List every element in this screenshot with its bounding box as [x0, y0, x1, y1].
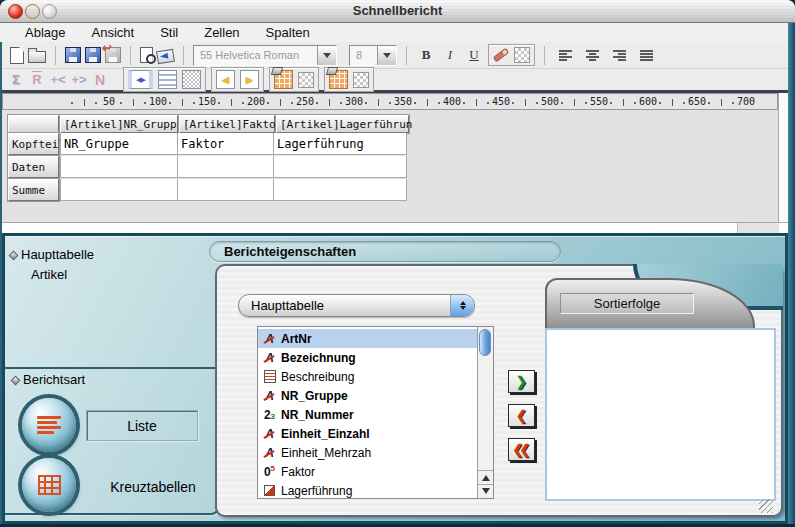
grid-column-header[interactable]: [Artikel]NR_Grupp — [60, 115, 178, 133]
font-select-arrow[interactable] — [317, 46, 336, 65]
size-select[interactable]: 8 — [349, 45, 397, 66]
ruler-segment: 200 — [207, 94, 256, 109]
add-left-icon[interactable]: +< — [50, 72, 66, 87]
title-bar[interactable]: Schnellbericht — [0, 0, 795, 23]
grid-cell[interactable] — [178, 179, 274, 201]
field-list-scrollbar[interactable] — [477, 327, 493, 498]
grid-row: KopfteilNR_GruppeFaktorLagerführung — [8, 133, 410, 156]
scrollbar-thumb[interactable] — [479, 329, 491, 356]
popup-arrows-icon[interactable] — [450, 295, 474, 316]
field-name: Faktor — [281, 465, 315, 479]
add-field-button[interactable]: ❯ — [508, 370, 535, 393]
ruler-segment: 50 — [60, 94, 109, 109]
grid-corner-cell[interactable] — [8, 115, 59, 133]
ruler-segment: 100 — [109, 94, 158, 109]
crosstab-report-label: Kreuztabellen — [93, 479, 213, 495]
align-center-button[interactable] — [586, 49, 599, 62]
grid-column-header[interactable]: [Artikel]Lagerführun — [276, 115, 409, 133]
underline-button[interactable]: U — [464, 47, 484, 63]
sort-order-list[interactable] — [545, 328, 776, 501]
save-icon[interactable] — [65, 47, 81, 63]
field-item-artnr[interactable]: AArtNr — [258, 329, 477, 348]
resize-handle-icon[interactable] — [759, 499, 773, 513]
triangle-up-icon — [482, 471, 490, 481]
list-report-button[interactable] — [22, 398, 76, 452]
menu-ablage[interactable]: Ablage — [12, 25, 78, 40]
align-justify-button[interactable] — [640, 49, 653, 62]
zoom-button[interactable] — [42, 4, 57, 19]
report-type-label: Berichtsart — [23, 372, 85, 387]
field-item-beschreibung[interactable]: Beschreibung — [258, 367, 477, 386]
grid-cell[interactable] — [60, 179, 178, 201]
text-pattern-icon[interactable] — [514, 47, 530, 63]
align-right-button[interactable] — [613, 49, 626, 62]
field-name: Beschreibung — [281, 370, 354, 384]
field-item-nr_gruppe[interactable]: ANR_Gruppe — [258, 386, 477, 405]
subtotal-rows-icon[interactable] — [158, 70, 177, 89]
scroll-down-button[interactable] — [478, 484, 493, 498]
cell-background-pattern-icon[interactable] — [298, 72, 314, 88]
fit-column-icon[interactable]: ◀▶ — [128, 70, 153, 89]
list-report-label[interactable]: Liste — [86, 410, 198, 441]
grid-cell[interactable]: Faktor — [178, 133, 274, 155]
field-item-nr_nummer[interactable]: 23NR_Nummer — [258, 405, 477, 424]
field-list[interactable]: AArtNrABezeichnungBeschreibungANR_Gruppe… — [257, 326, 494, 499]
menu-zellen[interactable]: Zellen — [191, 25, 252, 40]
revert-icon[interactable]: ↩ — [105, 47, 121, 63]
window-right-border — [788, 23, 795, 527]
insert-column-left-icon[interactable]: ◀ — [216, 70, 235, 89]
text-color-pencil-icon[interactable] — [493, 48, 509, 63]
alt-background-pattern-icon[interactable] — [353, 72, 369, 88]
diamond-bullet-icon — [9, 251, 19, 261]
grid-cell[interactable] — [274, 156, 407, 178]
print-preview-icon[interactable] — [140, 47, 153, 63]
scroll-up-button[interactable] — [478, 470, 493, 484]
grid-row-header[interactable]: Summe — [8, 179, 59, 201]
font-select[interactable]: 55 Helvetica Roman — [193, 45, 337, 66]
print-order-icon[interactable] — [156, 49, 175, 64]
arrow-left-icon: ❮ — [516, 408, 527, 423]
menu-spalten[interactable]: Spalten — [253, 25, 323, 40]
size-select-arrow[interactable] — [377, 46, 396, 65]
table-selector-value: Haupttabelle — [239, 298, 450, 313]
revert-arrow-icon: ↩ — [102, 41, 112, 55]
new-document-icon[interactable] — [10, 47, 24, 64]
minimize-button[interactable] — [25, 4, 40, 19]
grid-cell[interactable]: NR_Gruppe — [60, 133, 178, 155]
field-item-einheit_mehrzah[interactable]: AEinheit_Mehrzah — [258, 443, 477, 462]
field-item-einheit_einzahl[interactable]: AEinheit_Einzahl — [258, 424, 477, 443]
grid-cell[interactable] — [274, 179, 407, 201]
save-as-icon[interactable] — [85, 47, 101, 63]
cell-background-color-icon[interactable] — [274, 70, 293, 89]
sum-sigma-icon[interactable]: Σ — [8, 72, 24, 87]
add-right-icon[interactable]: +> — [71, 72, 87, 87]
crosstab-report-button[interactable] — [22, 458, 76, 512]
field-item-faktor[interactable]: 05Faktor — [258, 462, 477, 481]
divider — [183, 46, 184, 65]
horizontal-scrollbar[interactable] — [2, 222, 788, 233]
open-folder-icon[interactable] — [28, 51, 46, 63]
grid-row-header[interactable]: Daten — [8, 156, 59, 178]
no-repeat-icon[interactable]: N — [92, 72, 108, 88]
grid-cell[interactable] — [60, 156, 178, 178]
bold-button[interactable]: B — [416, 47, 436, 63]
grid-cell[interactable] — [178, 156, 274, 178]
alt-background-color-icon[interactable] — [329, 70, 348, 89]
field-item-bezeichnung[interactable]: ABezeichnung — [258, 348, 477, 367]
table-selector[interactable]: Haupttabelle — [238, 294, 475, 317]
menu-ansicht[interactable]: Ansicht — [78, 25, 147, 40]
grid-row-header[interactable]: Kopfteil — [8, 133, 59, 155]
align-left-button[interactable] — [559, 49, 572, 62]
menu-stil[interactable]: Stil — [147, 25, 191, 40]
sort-order-title: Sortierfolge — [560, 293, 694, 314]
grid-cell[interactable]: Lagerführung — [274, 133, 407, 155]
italic-button[interactable]: I — [440, 47, 460, 63]
pattern-icon[interactable] — [182, 70, 201, 89]
insert-column-right-icon[interactable]: ▶ — [240, 70, 259, 89]
grid-column-header[interactable]: [Artikel]Faktor — [179, 115, 275, 133]
close-button[interactable] — [8, 4, 23, 19]
repeated-values-icon[interactable]: R — [29, 72, 45, 87]
field-item-lagerführung[interactable]: Lagerführung — [258, 481, 477, 498]
remove-field-button[interactable]: ❮ — [508, 404, 535, 427]
remove-all-fields-button[interactable]: ❮❮ — [508, 438, 535, 461]
